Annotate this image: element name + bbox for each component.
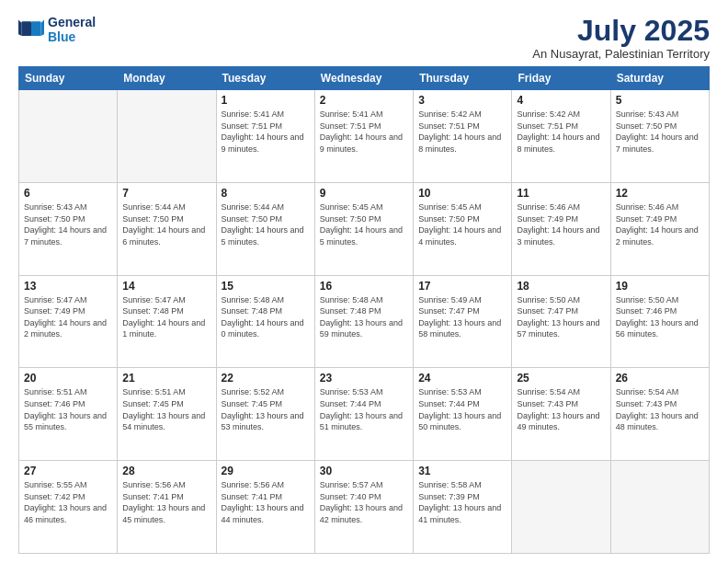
calendar-cell: 16Sunrise: 5:48 AM Sunset: 7:48 PM Dayli… [314, 275, 413, 368]
day-info: Sunrise: 5:46 AM Sunset: 7:49 PM Dayligh… [517, 201, 605, 247]
calendar-cell: 29Sunrise: 5:56 AM Sunset: 7:41 PM Dayli… [216, 461, 314, 554]
calendar-day-header: Monday [118, 67, 216, 90]
calendar-cell: 25Sunrise: 5:54 AM Sunset: 7:43 PM Dayli… [512, 368, 610, 461]
calendar-cell: 30Sunrise: 5:57 AM Sunset: 7:40 PM Dayli… [314, 461, 413, 554]
day-info: Sunrise: 5:44 AM Sunset: 7:50 PM Dayligh… [222, 201, 310, 247]
day-info: Sunrise: 5:43 AM Sunset: 7:50 PM Dayligh… [24, 201, 112, 247]
calendar-cell: 15Sunrise: 5:48 AM Sunset: 7:48 PM Dayli… [216, 275, 314, 368]
day-number: 20 [24, 372, 112, 385]
day-number: 10 [418, 187, 506, 200]
header-right: July 2025 An Nusayrat, Palestinian Terri… [532, 15, 710, 61]
logo: General Blue [18, 15, 96, 44]
calendar-cell: 10Sunrise: 5:45 AM Sunset: 7:50 PM Dayli… [414, 182, 512, 275]
day-number: 30 [320, 465, 408, 477]
day-number: 1 [222, 94, 310, 107]
day-number: 24 [418, 372, 506, 385]
svg-rect-1 [22, 21, 32, 36]
day-info: Sunrise: 5:52 AM Sunset: 7:45 PM Dayligh… [222, 386, 310, 432]
calendar-cell [610, 461, 709, 554]
calendar-header-row: SundayMondayTuesdayWednesdayThursdayFrid… [19, 67, 710, 90]
calendar-cell: 1Sunrise: 5:41 AM Sunset: 7:51 PM Daylig… [216, 90, 314, 183]
day-number: 8 [222, 187, 310, 200]
calendar-day-header: Wednesday [314, 67, 413, 90]
day-number: 7 [122, 187, 210, 200]
day-number: 2 [320, 94, 408, 107]
day-info: Sunrise: 5:47 AM Sunset: 7:48 PM Dayligh… [122, 294, 210, 340]
calendar-cell: 23Sunrise: 5:53 AM Sunset: 7:44 PM Dayli… [314, 368, 413, 461]
calendar-cell: 11Sunrise: 5:46 AM Sunset: 7:49 PM Dayli… [512, 182, 610, 275]
page-subtitle: An Nusayrat, Palestinian Territory [532, 47, 710, 61]
day-info: Sunrise: 5:51 AM Sunset: 7:45 PM Dayligh… [122, 386, 210, 432]
calendar-week-row: 27Sunrise: 5:55 AM Sunset: 7:42 PM Dayli… [19, 461, 710, 554]
day-info: Sunrise: 5:48 AM Sunset: 7:48 PM Dayligh… [222, 294, 310, 340]
day-number: 9 [320, 187, 408, 200]
calendar-cell: 18Sunrise: 5:50 AM Sunset: 7:47 PM Dayli… [512, 275, 610, 368]
calendar-cell: 22Sunrise: 5:52 AM Sunset: 7:45 PM Dayli… [216, 368, 314, 461]
day-number: 16 [320, 280, 408, 293]
day-info: Sunrise: 5:47 AM Sunset: 7:49 PM Dayligh… [24, 294, 112, 340]
day-number: 23 [320, 372, 408, 385]
day-number: 14 [122, 280, 210, 293]
calendar-day-header: Thursday [414, 67, 512, 90]
calendar-table: SundayMondayTuesdayWednesdayThursdayFrid… [18, 66, 710, 554]
calendar-cell: 3Sunrise: 5:42 AM Sunset: 7:51 PM Daylig… [414, 90, 512, 183]
calendar-cell: 8Sunrise: 5:44 AM Sunset: 7:50 PM Daylig… [216, 182, 314, 275]
day-info: Sunrise: 5:53 AM Sunset: 7:44 PM Dayligh… [418, 386, 506, 432]
day-info: Sunrise: 5:42 AM Sunset: 7:51 PM Dayligh… [517, 109, 605, 155]
day-info: Sunrise: 5:57 AM Sunset: 7:40 PM Dayligh… [320, 479, 408, 525]
day-info: Sunrise: 5:46 AM Sunset: 7:49 PM Dayligh… [616, 201, 704, 247]
calendar-cell: 5Sunrise: 5:43 AM Sunset: 7:50 PM Daylig… [610, 90, 709, 183]
calendar-day-header: Saturday [610, 67, 709, 90]
calendar-cell: 14Sunrise: 5:47 AM Sunset: 7:48 PM Dayli… [118, 275, 216, 368]
day-info: Sunrise: 5:43 AM Sunset: 7:50 PM Dayligh… [616, 109, 704, 155]
calendar-cell: 4Sunrise: 5:42 AM Sunset: 7:51 PM Daylig… [512, 90, 610, 183]
calendar-cell: 26Sunrise: 5:54 AM Sunset: 7:43 PM Dayli… [610, 368, 709, 461]
day-number: 11 [517, 187, 605, 200]
day-info: Sunrise: 5:44 AM Sunset: 7:50 PM Dayligh… [122, 201, 210, 247]
calendar-cell: 9Sunrise: 5:45 AM Sunset: 7:50 PM Daylig… [314, 182, 413, 275]
calendar-cell: 2Sunrise: 5:41 AM Sunset: 7:51 PM Daylig… [314, 90, 413, 183]
day-info: Sunrise: 5:54 AM Sunset: 7:43 PM Dayligh… [616, 386, 704, 432]
day-info: Sunrise: 5:49 AM Sunset: 7:47 PM Dayligh… [418, 294, 506, 340]
day-info: Sunrise: 5:56 AM Sunset: 7:41 PM Dayligh… [222, 479, 310, 525]
page-title: July 2025 [532, 15, 710, 47]
day-info: Sunrise: 5:51 AM Sunset: 7:46 PM Dayligh… [24, 386, 112, 432]
day-number: 29 [222, 465, 310, 477]
day-info: Sunrise: 5:45 AM Sunset: 7:50 PM Dayligh… [418, 201, 506, 247]
calendar-week-row: 1Sunrise: 5:41 AM Sunset: 7:51 PM Daylig… [19, 90, 710, 183]
calendar-week-row: 13Sunrise: 5:47 AM Sunset: 7:49 PM Dayli… [19, 275, 710, 368]
day-info: Sunrise: 5:41 AM Sunset: 7:51 PM Dayligh… [222, 109, 310, 155]
calendar-day-header: Friday [512, 67, 610, 90]
day-info: Sunrise: 5:42 AM Sunset: 7:51 PM Dayligh… [418, 109, 506, 155]
calendar-cell [512, 461, 610, 554]
day-info: Sunrise: 5:53 AM Sunset: 7:44 PM Dayligh… [320, 386, 408, 432]
calendar-cell: 12Sunrise: 5:46 AM Sunset: 7:49 PM Dayli… [610, 182, 709, 275]
calendar-day-header: Tuesday [216, 67, 314, 90]
day-number: 3 [418, 94, 506, 107]
logo-text-blue: Blue [48, 29, 96, 44]
day-number: 21 [122, 372, 210, 385]
day-info: Sunrise: 5:58 AM Sunset: 7:39 PM Dayligh… [418, 479, 506, 525]
calendar-cell: 6Sunrise: 5:43 AM Sunset: 7:50 PM Daylig… [19, 182, 118, 275]
day-number: 25 [517, 372, 605, 385]
svg-rect-2 [31, 21, 41, 36]
day-number: 26 [616, 372, 704, 385]
calendar-week-row: 20Sunrise: 5:51 AM Sunset: 7:46 PM Dayli… [19, 368, 710, 461]
calendar-cell: 27Sunrise: 5:55 AM Sunset: 7:42 PM Dayli… [19, 461, 118, 554]
calendar-week-row: 6Sunrise: 5:43 AM Sunset: 7:50 PM Daylig… [19, 182, 710, 275]
day-info: Sunrise: 5:50 AM Sunset: 7:46 PM Dayligh… [616, 294, 704, 340]
day-info: Sunrise: 5:41 AM Sunset: 7:51 PM Dayligh… [320, 109, 408, 155]
logo-text-general: General [48, 15, 96, 29]
day-info: Sunrise: 5:45 AM Sunset: 7:50 PM Dayligh… [320, 201, 408, 247]
calendar-cell: 24Sunrise: 5:53 AM Sunset: 7:44 PM Dayli… [414, 368, 512, 461]
calendar-cell: 20Sunrise: 5:51 AM Sunset: 7:46 PM Dayli… [19, 368, 118, 461]
day-number: 28 [122, 465, 210, 477]
calendar-cell: 7Sunrise: 5:44 AM Sunset: 7:50 PM Daylig… [118, 182, 216, 275]
day-number: 18 [517, 280, 605, 293]
day-number: 12 [616, 187, 704, 200]
calendar-day-header: Sunday [19, 67, 118, 90]
day-number: 5 [616, 94, 704, 107]
day-info: Sunrise: 5:50 AM Sunset: 7:47 PM Dayligh… [517, 294, 605, 340]
day-info: Sunrise: 5:48 AM Sunset: 7:48 PM Dayligh… [320, 294, 408, 340]
calendar-cell [19, 90, 118, 183]
